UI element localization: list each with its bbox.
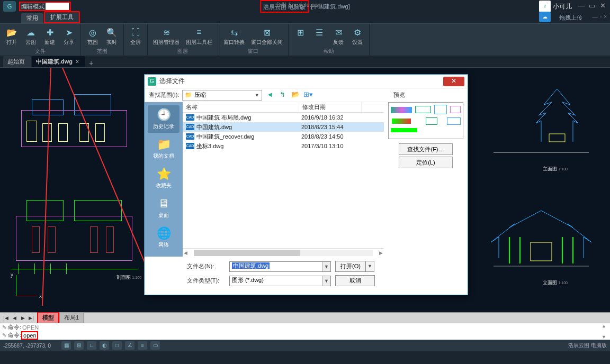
places-network[interactable]: 🌐网络 [148, 224, 180, 251]
file-open-dialog: G 选择文件 ✕ 查找范围(I): 📁 压缩 ▼ ◄ ↰ 📂 ⊞▾ 预览 🕘历史… [144, 74, 468, 295]
file-row[interactable]: CAD中国建筑_recover.dwg2018/8/23 14:50 [183, 132, 384, 141]
layout-last-button[interactable]: ▶| [28, 315, 35, 321]
settings-button[interactable]: ⚙设置 [348, 25, 367, 47]
feedback-button[interactable]: ✉反馈 [329, 25, 348, 47]
model-toggle[interactable]: ▭ [150, 341, 160, 350]
folder-icon: 📁 [185, 92, 192, 98]
chevron-down-icon[interactable]: ▼ [322, 262, 330, 271]
share-icon: ➤ [62, 26, 75, 39]
new-file-icon: ✚ [43, 26, 56, 39]
command-scrollbar[interactable]: ▲▼ [602, 323, 609, 340]
add-tab-button[interactable]: + [86, 59, 96, 67]
polar-toggle[interactable]: ◐ [100, 341, 109, 350]
places-sidebar: 🕘历史记录 📁我的文档 ⭐收藏夹 🖥桌面 🌐网络 [145, 102, 183, 257]
open-file-button[interactable]: 打开(O) [335, 261, 366, 272]
locate-button[interactable]: 定位(L) [399, 157, 453, 168]
cloud-button[interactable]: ☁云图 [21, 25, 40, 47]
filename-input[interactable]: 中国建筑.dwg ▼ [229, 261, 331, 272]
chevron-down-icon[interactable]: ▼ [322, 276, 330, 286]
cad-file-icon: CAD [186, 143, 194, 149]
column-name[interactable]: 名称 [183, 102, 299, 112]
globe-icon: 🌐 [157, 226, 171, 240]
layer-toolbar-button[interactable]: ≡图层工具栏 [183, 25, 216, 47]
new-folder-button[interactable]: 📂 [291, 90, 300, 100]
close-tab-icon[interactable]: × [76, 59, 79, 65]
places-history[interactable]: 🕘历史记录 [148, 105, 180, 133]
fullscreen-button[interactable]: ⛶全屏 [126, 25, 145, 48]
cad-file-icon: CAD [186, 124, 194, 130]
grid-toggle[interactable]: ⊞ [74, 341, 84, 350]
folder-combo[interactable]: 📁 压缩 ▼ [182, 90, 262, 101]
command-input[interactable]: open [23, 332, 36, 339]
ortho-toggle[interactable]: ∟ [87, 341, 96, 350]
layer-manager-button[interactable]: ≋图层管理器 [150, 25, 183, 47]
places-favorites[interactable]: ⭐收藏夹 [148, 165, 180, 192]
options-button[interactable]: ☰ [310, 25, 329, 47]
ribbon-tab-ext-tools[interactable]: 扩展工具 [44, 11, 80, 23]
back-button[interactable]: ◄ [265, 90, 275, 100]
window-switch-button[interactable]: ⇆窗口转换 [220, 25, 248, 47]
maximize-button[interactable]: ▭ [587, 2, 597, 11]
file-row[interactable]: CAD中国建筑.dwg2018/8/23 15:44 [183, 122, 384, 132]
file-row[interactable]: CAD中国建筑 布局黑.dwg2016/9/18 16:32 [183, 113, 384, 122]
window-switch-icon: ⇆ [228, 26, 240, 39]
list-icon: ☰ [313, 26, 326, 39]
cancel-button[interactable]: 取消 [335, 275, 375, 286]
close-button[interactable]: ✕ [597, 2, 608, 11]
dialog-titlebar[interactable]: G 选择文件 ✕ [145, 75, 468, 88]
extent-button[interactable]: ◎范围 [83, 25, 102, 47]
layout-next-button[interactable]: ▶ [19, 315, 26, 321]
group-layer-label: 图层 [148, 47, 218, 56]
file-row[interactable]: CAD坐标3.dwg2017/3/10 13:10 [183, 141, 384, 151]
child-close-button[interactable]: × [604, 14, 607, 20]
tile-button[interactable]: ⊞ [291, 25, 310, 47]
window-closeall-button[interactable]: ⊠窗口全部关闭 [248, 25, 286, 47]
caption-elevation: 立面图 1:100 [543, 279, 568, 286]
coordinates: -255687, -267373, 0 [3, 343, 51, 349]
new-button[interactable]: ✚新建 [40, 25, 59, 47]
model-tab[interactable]: 模型 [37, 312, 59, 324]
ribbon-tab-common[interactable]: 常用 [21, 13, 43, 23]
view-button[interactable]: ⊞▾ [303, 90, 313, 100]
find-file-button[interactable]: 查找文件(F)… [399, 143, 453, 155]
up-button[interactable]: ↰ [278, 90, 288, 100]
dialog-close-button[interactable]: ✕ [443, 77, 464, 86]
start-page-tab[interactable]: 起始页 [3, 56, 31, 67]
otrack-toggle[interactable]: ∠ [125, 341, 134, 350]
folder-icon: 📁 [157, 138, 171, 151]
caption-section: 剖面图 1:100 [116, 274, 141, 281]
layout-first-button[interactable]: |◀ [2, 315, 10, 321]
open-button[interactable]: 📂打开 [2, 25, 21, 47]
column-date[interactable]: 修改日期 [299, 102, 362, 112]
child-restore-button[interactable]: ▫ [600, 14, 602, 20]
edit-mode-field[interactable] [46, 3, 69, 10]
places-mydocs[interactable]: 📁我的文档 [148, 135, 180, 162]
pagoda-drawing [531, 84, 584, 152]
group-help-label: 帮助 [289, 47, 369, 56]
group-window-label: 窗口 [218, 47, 288, 56]
cad-file-icon: CAD [186, 133, 194, 140]
cloud-icon[interactable]: ☁ [539, 12, 551, 22]
snap-toggle[interactable]: ▦ [61, 341, 71, 350]
child-minimize-button[interactable]: — [593, 14, 598, 20]
command-area: ✎ 命令: OPEN ✎ 命令: open ▲▼ [0, 323, 610, 340]
osnap-toggle[interactable]: □ [112, 341, 122, 350]
layout-prev-button[interactable]: ◀ [11, 315, 18, 321]
document-tab[interactable]: 中国建筑.dwg× [32, 56, 85, 67]
edit-mode-combo[interactable]: 编辑模式 [19, 2, 71, 11]
lineweight-toggle[interactable]: ≡ [138, 341, 147, 350]
ribbon-tab-row: 常用 扩展工具 ☁ 拖拽上传 — ▫ × [0, 13, 610, 23]
filetype-combo[interactable]: 图形 (*.dwg) ▼ [229, 276, 331, 286]
share-button[interactable]: ➤分享 [59, 25, 78, 47]
dialog-title: 选择文件 [159, 77, 443, 86]
user-avatar[interactable]: ♀ [539, 1, 551, 12]
open-dropdown-button[interactable]: ▼ [366, 261, 374, 272]
minimize-button[interactable]: — [576, 2, 587, 11]
realtime-button[interactable]: 🔍实时 [102, 25, 121, 47]
horizontal-scrollbar[interactable]: ◀ ▶ [183, 248, 384, 257]
places-desktop[interactable]: 🖥桌面 [148, 194, 180, 222]
command-prefix: 命令: [8, 323, 21, 331]
fullscreen-icon: ⛶ [129, 26, 142, 39]
filetype-label: 文件类型(T): [187, 277, 225, 285]
layout1-tab[interactable]: 布局1 [59, 312, 84, 323]
